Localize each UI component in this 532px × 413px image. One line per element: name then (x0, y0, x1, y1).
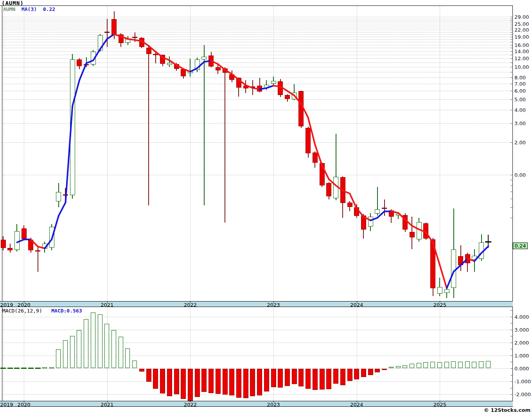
price-tick-label: 19.00 (514, 34, 529, 40)
macd-bar-negative (264, 369, 269, 391)
price-tick-label: 12.00 (514, 56, 529, 61)
macd-bar-positive (111, 330, 116, 368)
price-axis-tick (510, 207, 513, 208)
macd-bar-negative (250, 369, 255, 396)
macd-bar-negative (306, 369, 311, 389)
macd-bar-positive (119, 337, 123, 368)
macd-bar-negative (320, 369, 325, 390)
macd-gridline (2, 317, 512, 317)
price-tick-label: 25.00 (514, 21, 529, 27)
macd-axis-tick (510, 317, 513, 317)
macd-bar-positive (486, 361, 491, 368)
price-axis-tick (510, 32, 513, 32)
macd-axis-tick (510, 356, 513, 356)
price-axis-tick (510, 19, 513, 19)
price-tick-label: 3.00 (514, 120, 526, 126)
macd-axis-tick (510, 310, 513, 311)
macd-bar-negative (347, 369, 352, 381)
macd-bar-negative (326, 369, 331, 389)
price-axis-tick (510, 58, 513, 59)
year-label: 2025 (433, 402, 446, 408)
year-tick (440, 401, 440, 402)
macd-bar-negative (375, 369, 380, 372)
price-axis-tick (510, 91, 513, 91)
macd-bar-negative (153, 369, 158, 389)
year-gridline (24, 307, 24, 401)
macd-bar-negative (181, 369, 186, 399)
macd-axis-tick (510, 368, 513, 369)
macd-bar-negative (382, 369, 387, 370)
price-axis-tick (510, 42, 513, 42)
macd-axis-tick (510, 375, 513, 375)
macd-bar-negative (278, 369, 283, 388)
price-axis-tick (510, 30, 513, 30)
macd-bar-negative (167, 369, 172, 396)
price-axis-tick (510, 99, 513, 100)
last-price-badge: 0.24 (513, 242, 528, 249)
year-label: 2023 (267, 402, 280, 408)
macd-bar-negative (139, 369, 144, 372)
macd-bar-negative (188, 369, 193, 401)
macd-bar-flat (35, 368, 41, 369)
macd-bar-positive (125, 348, 130, 368)
price-axis-tick (510, 51, 513, 52)
macd-bar-positive (451, 361, 456, 368)
price-axis-tick (510, 48, 513, 48)
price-axis-tick (510, 24, 513, 24)
price-axis-tick (510, 185, 513, 186)
price-axis-tick (510, 110, 513, 110)
price-axis-tick (510, 63, 513, 63)
macd-bar-negative (257, 369, 262, 395)
price-axis-tick (510, 40, 513, 40)
macd-bar-negative (208, 369, 214, 393)
price-axis-tick (510, 22, 513, 22)
macd-bar-negative (313, 369, 318, 390)
year-label: 2020 (18, 402, 31, 408)
price-tick-label: 4.00 (514, 107, 526, 113)
macd-bar-positive (423, 362, 428, 368)
macd-bar-negative (298, 369, 304, 386)
macd-bar-positive (132, 361, 137, 368)
price-axis-tick (510, 45, 513, 45)
year-tick (273, 401, 274, 402)
price-tick-label: 6.00 (514, 88, 526, 94)
macd-bar-positive (104, 324, 109, 368)
macd-bar-positive (98, 314, 102, 368)
macd-bar-positive (479, 361, 483, 368)
macd-bar-positive (84, 319, 88, 368)
macd-bar-negative (368, 369, 373, 375)
macd-tick-label: -2.000 (514, 391, 531, 397)
year-label: 2022 (184, 402, 197, 408)
price-tick-label: 8.00 (514, 74, 526, 80)
macd-bar-negative (223, 369, 228, 395)
price-tick-label: 22.00 (514, 27, 529, 33)
price-tick-label: 7.00 (514, 81, 526, 86)
macd-bar-negative (195, 369, 200, 397)
macd-plot-area[interactable] (0, 0, 532, 413)
macd-bar-negative (292, 369, 297, 384)
year-tick (24, 401, 24, 402)
year-gridline (4, 307, 4, 401)
macd-tick-label: 4.000 (514, 314, 529, 320)
year-tick (190, 401, 191, 402)
macd-bar-negative (216, 369, 221, 394)
macd-bar-negative (236, 369, 241, 398)
macd-axis-tick (510, 349, 513, 349)
macd-bar-positive (70, 336, 75, 368)
price-axis-tick (510, 72, 513, 72)
year-tick (107, 401, 108, 402)
price-axis-tick (510, 192, 513, 192)
macd-tick-label: 2.000 (514, 339, 529, 345)
macd-bar-positive (91, 312, 95, 368)
year-gridline (357, 307, 357, 401)
macd-bar-positive (42, 367, 47, 368)
price-axis-tick (510, 175, 513, 175)
year-gridline (440, 307, 440, 401)
year-label: 2024 (350, 402, 363, 408)
price-axis-tick (510, 84, 513, 84)
price-tick-label: 2.00 (514, 139, 526, 145)
price-axis-tick (510, 34, 513, 35)
macd-bar-positive (77, 330, 81, 368)
macd-bar-negative (201, 369, 207, 392)
macd-bar-negative (174, 369, 179, 394)
